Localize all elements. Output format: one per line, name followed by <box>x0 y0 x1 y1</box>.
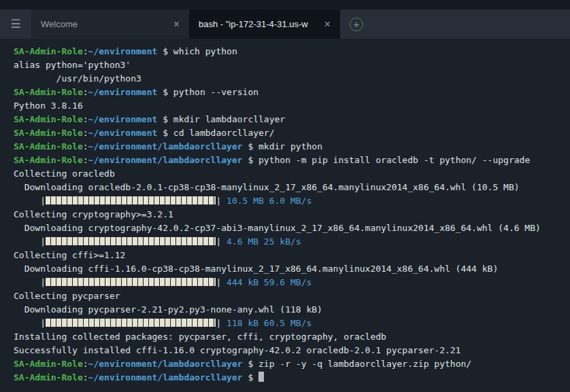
terminal-text: Collecting pycparser <box>14 291 120 301</box>
terminal-text: Collecting cffi>=1.12 <box>14 250 125 260</box>
terminal-line: SA-Admin-Role:~/environment $ cd lambdao… <box>14 126 566 140</box>
terminal-text: ~/environment <box>88 46 158 56</box>
terminal-line: Successfully installed cffi-1.16.0 crypt… <box>14 344 566 357</box>
terminal-text: $ mkdir lambdaorcllayer <box>157 114 285 124</box>
progress-bar <box>46 196 216 204</box>
terminal-text: : <box>83 155 88 165</box>
terminal-text: $ which python <box>157 46 237 56</box>
terminal-text: : <box>83 46 88 56</box>
terminal-output: SA-Admin-Role:~/environment $ which pyth… <box>14 45 566 385</box>
terminal-text: ~/environment <box>88 128 158 138</box>
terminal-text: Downloading cryptography-42.0.2-cp37-abi… <box>14 223 541 233</box>
terminal-text: | <box>216 196 227 206</box>
terminal-text: : <box>83 141 88 152</box>
terminal-text: Python 3.8.16 <box>14 101 83 111</box>
terminal-text: 444 kB 59.6 MB/s <box>227 277 312 287</box>
terminal-line: Collecting cffi>=1.12 <box>14 249 566 262</box>
terminal-text: SA-Admin-Role <box>14 155 83 165</box>
tab-welcome[interactable]: Welcome × <box>31 10 189 39</box>
tab-welcome-label: Welcome <box>41 19 168 29</box>
terminal-line: SA-Admin-Role:~/environment $ mkdir lamb… <box>14 113 566 126</box>
terminal-text: $ python --version <box>157 87 258 97</box>
terminal-line: /usr/bin/python3 <box>14 72 566 86</box>
terminal-line: Collecting cryptography>=3.2.1 <box>14 208 566 221</box>
terminal-text: SA-Admin-Role <box>14 372 83 382</box>
progress-bar <box>46 278 216 286</box>
terminal-line: Collecting pycparser <box>14 289 566 303</box>
menu-icon[interactable]: ☰ <box>0 10 31 39</box>
terminal-text: SA-Admin-Role <box>14 46 83 56</box>
window-top-strip <box>0 0 570 10</box>
terminal[interactable]: SA-Admin-Role:~/environment $ which pyth… <box>0 39 570 392</box>
terminal-line: Downloading pycparser-2.21-py2.py3-none-… <box>14 303 566 317</box>
terminal-line: SA-Admin-Role:~/environment/lambdaorclla… <box>14 371 566 385</box>
terminal-text: $ python -m pip install oracledb -t pyth… <box>243 155 531 165</box>
terminal-text: /usr/bin/python3 <box>14 73 141 84</box>
terminal-text: SA-Admin-Role <box>14 141 83 152</box>
terminal-line: SA-Admin-Role:~/environment $ python --v… <box>14 86 566 99</box>
terminal-line: SA-Admin-Role:~/environment/lambdaorclla… <box>14 154 566 167</box>
tab-bash-terminal[interactable]: bash - "ip-172-31-4-31.us-w × <box>189 10 340 39</box>
terminal-text: : <box>83 128 88 138</box>
terminal-line: alias python='python3' <box>14 58 566 72</box>
terminal-text: $ zip -r -y -q lambdaorcllayer.zip pytho… <box>243 359 472 369</box>
close-icon[interactable]: × <box>324 19 331 30</box>
terminal-text: SA-Admin-Role <box>14 87 83 97</box>
terminal-text: 10.5 MB 6.0 MB/s <box>227 196 312 206</box>
terminal-line: Downloading cryptography-42.0.2-cp37-abi… <box>14 221 566 235</box>
terminal-line: || 444 kB 59.6 MB/s <box>14 276 566 289</box>
terminal-text: | <box>14 236 46 247</box>
terminal-line: Downloading oracledb-2.0.1-cp38-cp38-man… <box>14 181 566 194</box>
terminal-line: Python 3.8.16 <box>14 99 566 113</box>
terminal-line: || 4.6 MB 25 kB/s <box>14 235 566 249</box>
terminal-text: | <box>216 277 227 287</box>
terminal-text: : <box>83 87 88 97</box>
terminal-line: Downloading cffi-1.16.0-cp38-cp38-manyli… <box>14 262 566 276</box>
terminal-text: ~/environment <box>88 87 158 97</box>
terminal-text: SA-Admin-Role <box>14 359 83 369</box>
terminal-text: ~/environment <box>88 114 158 124</box>
terminal-line: || 118 kB 60.5 MB/s <box>14 317 566 330</box>
terminal-text: ~/environment/lambdaorcllayer <box>88 141 243 152</box>
terminal-text: : <box>83 359 88 369</box>
terminal-line: SA-Admin-Role:~/environment/lambdaorclla… <box>14 140 566 154</box>
terminal-text: | <box>14 277 46 287</box>
terminal-line: Installing collected packages: pycparser… <box>14 330 566 344</box>
terminal-text: | <box>14 318 46 328</box>
close-icon[interactable]: × <box>173 19 180 30</box>
tab-bash-label: bash - "ip-172-31-4-31.us-w <box>199 19 319 29</box>
terminal-text: | <box>14 196 46 206</box>
terminal-text: Installing collected packages: pycparser… <box>14 332 386 342</box>
terminal-line: || 10.5 MB 6.0 MB/s <box>14 194 566 208</box>
terminal-text: | <box>216 236 227 247</box>
terminal-text: SA-Admin-Role <box>14 114 83 124</box>
progress-bar <box>46 237 216 245</box>
terminal-line: SA-Admin-Role:~/environment/lambdaorclla… <box>14 357 566 371</box>
progress-bar <box>46 319 216 327</box>
terminal-line: SA-Admin-Role:~/environment $ which pyth… <box>14 45 566 58</box>
terminal-cursor <box>258 372 264 382</box>
tab-bar: ☰ Welcome × bash - "ip-172-31-4-31.us-w … <box>0 10 570 39</box>
terminal-text: $ <box>243 372 258 382</box>
terminal-text: 4.6 MB 25 kB/s <box>227 236 301 247</box>
terminal-text: alias python='python3' <box>14 60 131 70</box>
terminal-text: $ cd lambdaorcllayer/ <box>157 128 274 138</box>
add-tab-button[interactable]: + <box>350 18 363 31</box>
terminal-text: ~/environment/lambdaorcllayer <box>88 372 243 382</box>
terminal-text: 118 kB 60.5 MB/s <box>227 318 312 328</box>
terminal-text: : <box>83 114 88 124</box>
terminal-text: Downloading pycparser-2.21-py2.py3-none-… <box>14 304 322 315</box>
terminal-text: ~/environment/lambdaorcllayer <box>88 359 243 369</box>
terminal-text: | <box>216 318 227 328</box>
terminal-text: SA-Admin-Role <box>14 128 83 138</box>
terminal-text: Collecting cryptography>=3.2.1 <box>14 209 173 219</box>
terminal-text: Downloading cffi-1.16.0-cp38-cp38-manyli… <box>14 264 498 274</box>
terminal-text: $ mkdir python <box>243 141 322 152</box>
terminal-text: Successfully installed cffi-1.16.0 crypt… <box>14 345 460 355</box>
terminal-text: Collecting oracledb <box>14 168 115 179</box>
terminal-text: ~/environment/lambdaorcllayer <box>88 155 243 165</box>
terminal-text: : <box>83 372 88 382</box>
terminal-text: Downloading oracledb-2.0.1-cp38-cp38-man… <box>14 182 520 192</box>
terminal-line: Collecting oracledb <box>14 167 566 181</box>
